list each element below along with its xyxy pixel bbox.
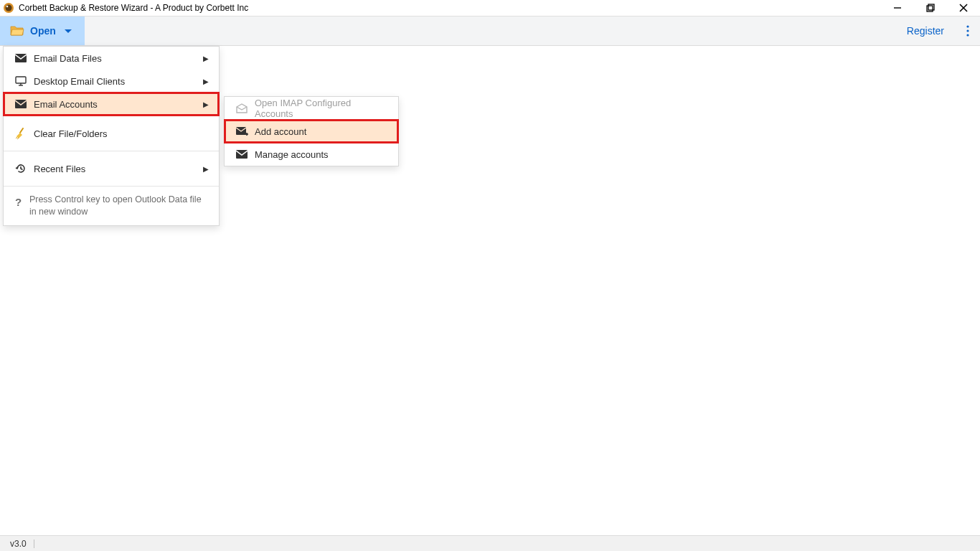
svg-rect-5 (928, 4, 934, 10)
menu-item-email-accounts[interactable]: Email Accounts ▶ (4, 93, 219, 116)
svg-point-2 (6, 6, 9, 8)
menu-item-clear-file-folders[interactable]: Clear File/Folders (4, 116, 219, 151)
chevron-right-icon: ▶ (203, 77, 209, 85)
monitor-icon (15, 76, 34, 86)
menu-item-recent-files[interactable]: Recent Files ▶ (4, 151, 219, 186)
menu-help-item: ? Press Control key to open Outlook Data… (4, 187, 219, 225)
svg-rect-22 (236, 150, 248, 159)
menu-item-label: Email Data Files (34, 53, 203, 64)
chevron-right-icon: ▶ (203, 100, 209, 108)
svg-rect-4 (927, 6, 933, 11)
statusbar: v3.0 (0, 535, 980, 551)
more-vertical-icon (966, 25, 969, 37)
svg-rect-11 (15, 54, 27, 62)
open-button[interactable]: Open (0, 17, 85, 45)
svg-point-8 (966, 25, 969, 27)
register-link-label: Register (907, 25, 944, 37)
submenu-item-label: Open IMAP Configured Accounts (255, 98, 388, 119)
svg-rect-12 (16, 77, 26, 83)
chevron-right-icon: ▶ (203, 165, 209, 173)
open-button-label: Open (30, 25, 56, 37)
more-options-button[interactable] (956, 17, 980, 45)
register-link[interactable]: Register (895, 17, 956, 45)
version-label: v3.0 (10, 539, 27, 549)
open-menu: Email Data Files ▶ Desktop Email Clients… (3, 46, 220, 226)
mail-icon (15, 54, 34, 62)
mail-icon (15, 100, 34, 108)
toolbar: Open Register (0, 16, 980, 46)
mail-add-icon (236, 127, 255, 136)
mail-icon (236, 150, 255, 159)
window-minimize-button[interactable] (881, 0, 914, 16)
svg-point-9 (966, 29, 969, 32)
submenu-item-open-imap-configured: Open IMAP Configured Accounts (225, 97, 398, 120)
question-icon: ? (15, 194, 29, 209)
window-title: Corbett Backup & Restore Wizard - A Prod… (19, 3, 248, 13)
submenu-item-add-account[interactable]: Add account (225, 120, 398, 143)
menu-item-email-data-files[interactable]: Email Data Files ▶ (4, 47, 219, 70)
submenu-item-label: Manage accounts (255, 149, 388, 160)
svg-line-18 (17, 138, 19, 139)
svg-line-17 (16, 137, 17, 138)
app-icon (3, 2, 14, 14)
workspace: Email Data Files ▶ Desktop Email Clients… (0, 46, 980, 535)
chevron-down-icon (65, 29, 72, 33)
menu-item-label: Recent Files (34, 164, 203, 174)
menu-help-text: Press Control key to open Outlook Data f… (29, 194, 207, 218)
svg-line-16 (20, 128, 23, 133)
svg-point-1 (6, 5, 12, 11)
chevron-right-icon: ▶ (203, 55, 209, 62)
mail-open-icon (236, 103, 255, 113)
menu-item-label: Desktop Email Clients (34, 76, 203, 87)
history-icon (15, 163, 34, 174)
statusbar-separator (34, 540, 34, 548)
submenu-item-label: Add account (255, 126, 388, 137)
window-close-button[interactable] (947, 0, 980, 16)
menu-item-label: Email Accounts (34, 99, 203, 110)
email-accounts-submenu: Open IMAP Configured Accounts Add accoun… (224, 96, 399, 166)
folder-open-icon (10, 24, 24, 38)
titlebar: Corbett Backup & Restore Wizard - A Prod… (0, 0, 980, 16)
menu-item-label: Clear File/Folders (34, 128, 209, 139)
window-maximize-button[interactable] (914, 0, 947, 16)
submenu-item-manage-accounts[interactable]: Manage accounts (225, 143, 398, 166)
menu-item-desktop-email-clients[interactable]: Desktop Email Clients ▶ (4, 70, 219, 93)
broom-icon (15, 128, 34, 139)
svg-point-10 (966, 34, 969, 36)
svg-rect-15 (15, 100, 27, 108)
